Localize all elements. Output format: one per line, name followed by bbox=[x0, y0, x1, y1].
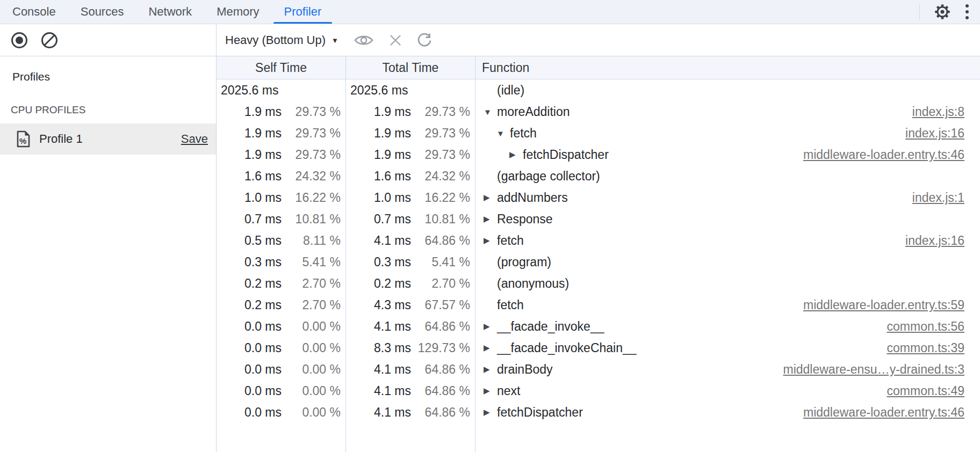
expand-arrow-icon[interactable]: ▶ bbox=[484, 236, 497, 245]
self-time-ms: 0.3 ms bbox=[217, 255, 282, 269]
tab-label: Memory bbox=[217, 5, 259, 19]
self-time-cell: 1.9 ms 29.73 % bbox=[217, 105, 346, 119]
total-time-ms: 4.1 ms bbox=[346, 319, 411, 334]
function-cell: ▶ drainBody middleware-ensu…y-drained.ts… bbox=[475, 362, 980, 377]
column-header-total-time[interactable]: Total Time bbox=[346, 56, 475, 79]
total-time-percent: 24.32 % bbox=[411, 169, 470, 184]
total-time-percent: 64.86 % bbox=[411, 362, 470, 377]
tab-sources[interactable]: Sources bbox=[68, 0, 136, 24]
source-link[interactable]: index.js:16 bbox=[905, 234, 964, 248]
total-time-percent: 64.86 % bbox=[411, 319, 470, 334]
toolbar-divider bbox=[919, 4, 920, 20]
source-link[interactable]: middleware-loader.entry.ts:59 bbox=[803, 298, 964, 312]
expand-arrow-icon[interactable]: ▶ bbox=[484, 322, 497, 331]
table-row[interactable]: 1.9 ms 29.73 % 1.9 ms 29.73 % ▼ moreAddi… bbox=[217, 101, 980, 122]
expand-arrow-icon[interactable]: ▶ bbox=[484, 343, 497, 353]
table-row[interactable]: 0.0 ms 0.00 % 4.1 ms 64.86 % ▶ drainBody… bbox=[217, 359, 980, 380]
self-time-cell: 0.2 ms 2.70 % bbox=[217, 276, 346, 291]
clear-icon[interactable] bbox=[40, 31, 59, 49]
self-time-percent: 2.70 % bbox=[282, 298, 341, 312]
source-link[interactable]: index.js:1 bbox=[912, 191, 964, 205]
expand-arrow-icon[interactable]: ▶ bbox=[484, 214, 497, 224]
table-row[interactable]: 1.9 ms 29.73 % 1.9 ms 29.73 % ▼ fetch in… bbox=[217, 122, 980, 144]
record-icon[interactable] bbox=[10, 31, 28, 49]
function-name: Response bbox=[497, 212, 553, 227]
self-time-cell: 0.0 ms 0.00 % bbox=[217, 384, 346, 398]
table-row[interactable]: 1.6 ms 24.32 % 1.6 ms 24.32 % (garbage c… bbox=[217, 165, 980, 187]
source-link[interactable]: middleware-loader.entry.ts:46 bbox=[803, 405, 964, 420]
table-row[interactable]: 0.0 ms 0.00 % 4.1 ms 64.86 % ▶ fetchDisp… bbox=[217, 402, 980, 423]
source-link[interactable]: index.js:16 bbox=[905, 126, 964, 141]
table-row[interactable]: 0.7 ms 10.81 % 0.7 ms 10.81 % ▶ Response bbox=[217, 208, 980, 230]
total-time-ms: 2025.6 ms bbox=[346, 83, 411, 98]
table-row[interactable]: 1.9 ms 29.73 % 1.9 ms 29.73 % ▶ fetchDis… bbox=[217, 144, 980, 165]
table-row[interactable]: 2025.6 ms 2025.6 ms (idle) bbox=[217, 79, 980, 101]
self-time-percent: 8.11 % bbox=[282, 234, 341, 248]
source-link[interactable]: common.ts:49 bbox=[887, 384, 964, 398]
source-link[interactable]: middleware-loader.entry.ts:46 bbox=[803, 148, 964, 162]
self-time-percent: 24.32 % bbox=[282, 169, 341, 184]
function-name: __facade_invoke__ bbox=[497, 319, 604, 334]
source-link[interactable]: common.ts:56 bbox=[887, 319, 964, 334]
column-header-self-time[interactable]: Self Time bbox=[217, 56, 346, 79]
function-cell: (anonymous) bbox=[475, 276, 980, 291]
self-time-ms: 0.5 ms bbox=[217, 234, 282, 248]
reload-icon[interactable] bbox=[416, 32, 433, 48]
grid-header: Self Time Total Time Function bbox=[217, 56, 980, 79]
total-time-cell: 1.9 ms 29.73 % bbox=[346, 105, 475, 119]
table-row[interactable]: 0.0 ms 0.00 % 4.1 ms 64.86 % ▶ next comm… bbox=[217, 380, 980, 402]
self-time-percent: 0.00 % bbox=[282, 405, 341, 420]
tab-label: Profiler bbox=[284, 5, 322, 19]
tab-memory[interactable]: Memory bbox=[204, 0, 271, 24]
tab-console[interactable]: Console bbox=[0, 0, 68, 24]
self-time-percent: 29.73 % bbox=[282, 126, 341, 141]
expand-arrow-icon[interactable]: ▶ bbox=[484, 364, 497, 374]
expand-arrow-icon[interactable]: ▶ bbox=[484, 193, 497, 202]
source-link[interactable]: index.js:8 bbox=[912, 105, 964, 119]
expand-arrow-icon[interactable]: ▶ bbox=[484, 386, 497, 396]
table-row[interactable]: 0.2 ms 2.70 % 0.2 ms 2.70 % (anonymous) bbox=[217, 273, 980, 294]
function-name: moreAddition bbox=[497, 105, 570, 119]
self-time-percent: 0.00 % bbox=[282, 319, 341, 334]
total-time-ms: 0.7 ms bbox=[346, 212, 411, 227]
self-time-ms: 0.0 ms bbox=[217, 362, 282, 377]
table-row[interactable]: 1.0 ms 16.22 % 1.0 ms 16.22 % ▶ addNumbe… bbox=[217, 187, 980, 208]
self-time-ms: 0.0 ms bbox=[217, 319, 282, 334]
function-cell: ▶ fetchDispatcher middleware-loader.entr… bbox=[475, 405, 980, 420]
expand-arrow-icon[interactable]: ▶ bbox=[484, 407, 497, 417]
gear-icon[interactable] bbox=[934, 3, 951, 20]
save-link[interactable]: Save bbox=[181, 132, 208, 146]
self-time-cell: 0.0 ms 0.00 % bbox=[217, 405, 346, 420]
sidebar-item-profile-1[interactable]: % Profile 1 Save bbox=[0, 123, 216, 155]
total-time-cell: 8.3 ms 129.73 % bbox=[346, 341, 475, 355]
kebab-menu-icon[interactable] bbox=[965, 4, 969, 20]
function-cell: ▼ fetch index.js:16 bbox=[475, 126, 980, 141]
eye-icon[interactable] bbox=[354, 33, 374, 47]
self-time-cell: 2025.6 ms bbox=[217, 83, 346, 98]
expand-arrow-icon[interactable]: ▼ bbox=[484, 107, 497, 116]
source-link[interactable]: common.ts:39 bbox=[887, 341, 964, 355]
table-row[interactable]: 0.3 ms 5.41 % 0.3 ms 5.41 % (program) bbox=[217, 251, 980, 273]
function-name: fetchDispatcher bbox=[497, 405, 583, 420]
tab-network[interactable]: Network bbox=[136, 0, 204, 24]
close-x-icon[interactable] bbox=[388, 33, 402, 47]
total-time-cell: 0.3 ms 5.41 % bbox=[346, 255, 475, 269]
expand-arrow-icon[interactable]: ▼ bbox=[496, 129, 510, 138]
table-row[interactable]: 0.0 ms 0.00 % 8.3 ms 129.73 % ▶ __facade… bbox=[217, 337, 980, 359]
table-row[interactable]: 0.5 ms 8.11 % 4.1 ms 64.86 % ▶ fetch ind… bbox=[217, 230, 980, 251]
self-time-percent: 10.81 % bbox=[282, 212, 341, 227]
profile-document-icon: % bbox=[16, 130, 31, 148]
total-time-cell: 4.1 ms 64.86 % bbox=[346, 405, 475, 420]
view-selector-dropdown[interactable]: Heavy (Bottom Up) ▼ bbox=[225, 33, 338, 47]
expand-arrow-icon[interactable]: ▶ bbox=[509, 150, 523, 159]
total-time-ms: 1.9 ms bbox=[346, 105, 411, 119]
total-time-cell: 4.1 ms 64.86 % bbox=[346, 234, 475, 248]
total-time-percent: 10.81 % bbox=[411, 212, 470, 227]
column-header-function[interactable]: Function bbox=[475, 56, 980, 79]
table-row[interactable]: 0.2 ms 2.70 % 4.3 ms 67.57 % fetch middl… bbox=[217, 294, 980, 316]
source-link[interactable]: middleware-ensu…y-drained.ts:3 bbox=[783, 362, 965, 377]
tab-profiler[interactable]: Profiler bbox=[272, 0, 334, 24]
table-row[interactable]: 0.0 ms 0.00 % 4.1 ms 64.86 % ▶ __facade_… bbox=[217, 316, 980, 337]
total-time-ms: 4.1 ms bbox=[346, 234, 411, 248]
total-time-percent bbox=[411, 83, 470, 98]
